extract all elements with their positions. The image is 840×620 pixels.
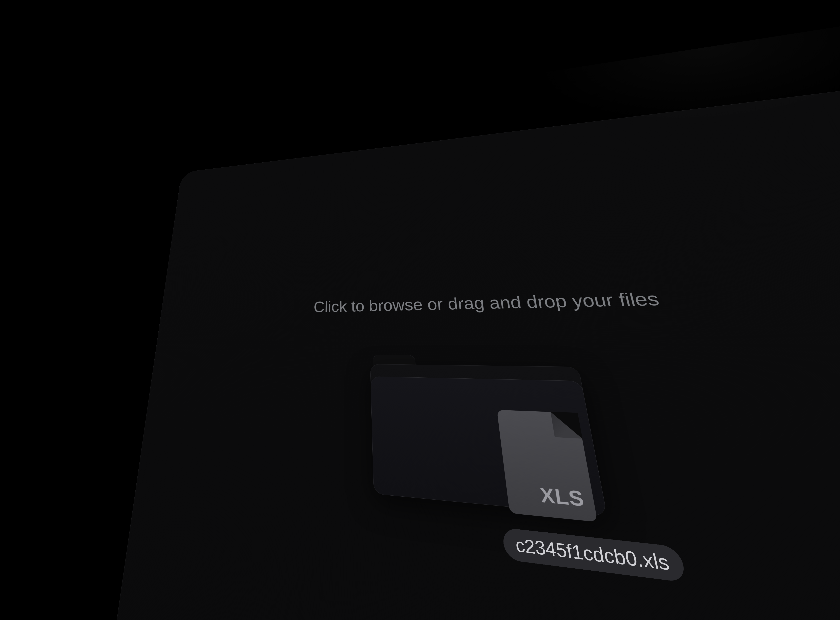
folder-illustration: XLS c2345f1cdcb0.xls bbox=[370, 355, 640, 582]
stage: Click to browse or drag and drop your fi… bbox=[0, 0, 840, 620]
drop-zone-label: Click to browse or drag and drop your fi… bbox=[312, 287, 663, 316]
upload-window: Click to browse or drag and drop your fi… bbox=[81, 19, 840, 620]
drop-zone[interactable]: Click to browse or drag and drop your fi… bbox=[81, 90, 840, 620]
dragging-file-name-pill: c2345f1cdcb0.xls bbox=[502, 528, 688, 583]
dragging-file-ext: XLS bbox=[538, 483, 586, 512]
